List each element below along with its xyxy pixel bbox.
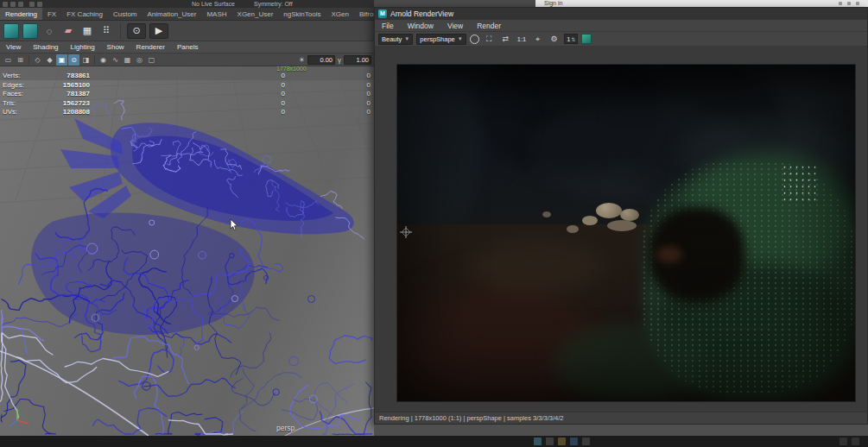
wire-loop — [289, 356, 299, 366]
fluids-3d-icon[interactable] — [22, 23, 38, 39]
shelf-tab-animation-user[interactable]: Animation_User — [143, 8, 202, 21]
isolate-eye-icon[interactable]: ⊙ — [127, 23, 146, 39]
aov-dropdown[interactable]: Beauty ▼ — [378, 34, 413, 45]
arnold-menu-render[interactable]: Render — [470, 22, 508, 30]
menu-panels[interactable]: Panels — [171, 43, 204, 51]
exposure-stepper[interactable]: 1 ⇅ — [564, 34, 578, 44]
zoom-1-1-button[interactable]: 1:1 — [516, 35, 528, 43]
taskbar-app-icon[interactable] — [570, 438, 578, 445]
status-icon[interactable] — [3, 2, 8, 7]
background-window-strip: Sign in — [535, 0, 868, 7]
wire-loop — [194, 345, 199, 349]
snapshot-icon[interactable]: ⛶ — [483, 34, 496, 45]
toolbar-separator — [29, 55, 29, 65]
camera-dropdown[interactable]: perspShape ▼ — [416, 34, 466, 45]
shadows-display-icon[interactable]: ◨ — [80, 54, 92, 66]
status-icon[interactable] — [10, 2, 16, 7]
status-icon[interactable] — [37, 2, 42, 7]
arnold-menu-window[interactable]: Window — [401, 22, 440, 30]
color-management-icon[interactable] — [581, 34, 592, 44]
grid-tool-icon[interactable]: ▦ — [79, 23, 95, 39]
stepper-value: 1 — [567, 35, 570, 43]
taskbar-app-icon[interactable] — [534, 438, 542, 445]
taskbar-app-icon[interactable] — [546, 438, 554, 445]
depth-of-field-icon[interactable]: ◎ — [134, 54, 145, 66]
wire-loop — [264, 275, 269, 280]
textured-display-icon[interactable]: ▣ — [56, 54, 67, 66]
region-select-icon[interactable]: ⌖ — [531, 34, 544, 45]
debug-gear-icon[interactable]: ⚙ — [548, 34, 561, 45]
shelf-tab-ngskintools[interactable]: ngSkinTools — [278, 8, 326, 21]
gamma-icon: γ — [338, 56, 341, 64]
gamma-field[interactable]: 1.00 — [344, 55, 371, 65]
window-control-icon[interactable] — [847, 2, 851, 5]
wire-strand — [0, 337, 3, 401]
wire-strand — [65, 359, 168, 377]
menu-show[interactable]: Show — [101, 43, 130, 51]
fluids-2d-icon[interactable] — [3, 23, 19, 39]
perspective-viewport[interactable]: Verts: 783861 0 0 Edges: 1565100 0 0 Fac… — [0, 66, 374, 436]
shelf-tab-bifrost[interactable]: Bifrost — [354, 8, 374, 21]
render-toggle-icon[interactable] — [470, 35, 479, 44]
shelf-icon-row: ◌ ▰ ▦ ⠿ ⊙ ▶ — [0, 21, 374, 41]
arnold-menubar: File Window View Render — [375, 20, 867, 32]
wire-strand — [2, 332, 53, 355]
arnold-menu-file[interactable]: File — [375, 22, 401, 30]
shelf-separator — [120, 23, 121, 39]
taskbar-app-icon[interactable] — [582, 438, 590, 445]
live-surface-label: No Live Surface — [192, 0, 235, 8]
status-icon[interactable] — [29, 2, 35, 7]
arnold-window-title: Arnold RenderView — [390, 9, 453, 18]
stepper-arrows-icon[interactable]: ⇅ — [571, 36, 575, 42]
menu-lighting[interactable]: Lighting — [65, 43, 101, 51]
shelf-tab-custom[interactable]: Custom — [108, 8, 143, 21]
menu-view[interactable]: View — [0, 43, 27, 51]
shaded-display-icon[interactable]: ◆ — [44, 54, 55, 66]
wire-strand — [282, 399, 318, 420]
four-view-layout-icon[interactable]: ⊞ — [15, 54, 26, 66]
chevron-down-icon: ▼ — [404, 35, 409, 44]
shelf-tab-bar: Rendering FX FX Caching Custom Animation… — [0, 8, 374, 21]
maya-app-icon: M — [378, 9, 387, 18]
lighting-display-icon[interactable]: ⊙ — [68, 54, 79, 66]
wire-strand — [231, 333, 271, 378]
isolate-select-icon[interactable]: ▢ — [146, 54, 157, 66]
multisampling-icon[interactable]: ▦ — [122, 54, 133, 66]
taskbar-tray-icon[interactable] — [839, 438, 847, 445]
menu-renderer[interactable]: Renderer — [130, 43, 171, 51]
ab-compare-icon[interactable]: ⇄ — [499, 34, 512, 45]
wire-strand — [16, 357, 96, 383]
camera-selected-label: perspShape — [420, 35, 454, 44]
sign-in-button[interactable]: Sign in — [544, 0, 562, 7]
shelf-tab-mash[interactable]: MASH — [201, 8, 231, 21]
status-icon[interactable] — [18, 2, 23, 7]
menu-shading[interactable]: Shading — [27, 43, 64, 51]
shelf-tab-fx[interactable]: FX — [42, 8, 61, 21]
arnold-titlebar[interactable]: M Arnold RenderView — [375, 8, 867, 20]
vignette — [397, 65, 855, 401]
render-image[interactable] — [396, 64, 856, 402]
ambient-occlusion-icon[interactable]: ◉ — [98, 54, 109, 66]
taskbar-app-icon[interactable] — [558, 438, 566, 445]
shelf-tab-rendering[interactable]: Rendering — [0, 8, 42, 21]
arnold-menu-view[interactable]: View — [440, 22, 470, 30]
maya-window: No Live Surface Symmetry: Off Rendering … — [0, 0, 374, 436]
shelf-tab-fx-caching[interactable]: FX Caching — [61, 8, 108, 21]
exposure-field[interactable]: 0.00 — [307, 55, 335, 65]
dot-grid-tool-icon[interactable]: ⠿ — [98, 23, 114, 39]
shelf-tab-xgen-user[interactable]: XGen_User — [232, 8, 279, 21]
window-control-icon[interactable] — [839, 2, 842, 5]
window-control-icon[interactable] — [856, 2, 859, 5]
wire-strand — [93, 408, 167, 434]
wireframe-display-icon[interactable]: ◇ — [32, 54, 43, 66]
playblast-icon[interactable]: ▶ — [149, 23, 168, 39]
eraser-tool-icon[interactable]: ▰ — [60, 23, 76, 39]
maya-status-strip: No Live Surface Symmetry: Off — [0, 0, 374, 8]
single-view-layout-icon[interactable]: ▭ — [3, 54, 14, 66]
shelf-tab-xgen[interactable]: XGen — [326, 8, 354, 21]
lasso-tool-icon[interactable]: ◌ — [41, 23, 57, 39]
motion-blur-icon[interactable]: ∿ — [110, 54, 121, 66]
wire-strand — [314, 383, 347, 415]
taskbar-tray-icon[interactable] — [852, 438, 859, 445]
wire-loop — [308, 296, 315, 303]
